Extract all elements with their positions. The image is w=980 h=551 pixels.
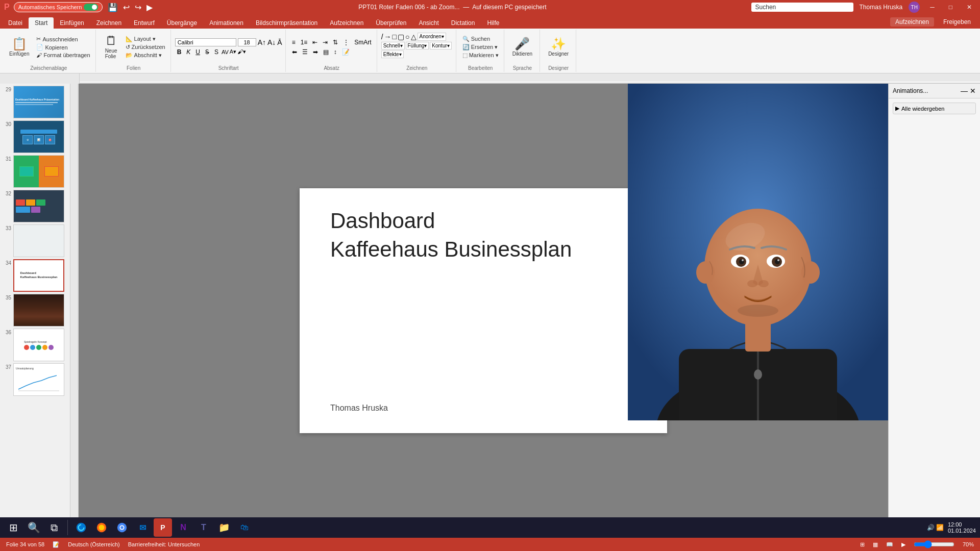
bullet-list-btn[interactable]: ≡ <box>290 38 298 46</box>
tab-einfuegen[interactable]: Einfügen <box>54 17 90 29</box>
undo-icon[interactable]: ↩ <box>122 2 131 13</box>
line-spacing-btn[interactable]: ↕ <box>332 48 339 56</box>
slide-thumb-37[interactable]: 37 Umsatzplanung <box>2 363 68 396</box>
neue-folie-btn[interactable]: 🗒 NeueFolie <box>100 31 122 63</box>
decrease-indent-btn[interactable]: ⇤ <box>310 38 320 46</box>
tab-entwurf[interactable]: Entwurf <box>128 17 161 29</box>
oval-tool[interactable]: ○ <box>405 33 409 41</box>
taskbar-teams[interactable]: T <box>194 518 213 537</box>
justify-btn[interactable]: ▤ <box>321 48 331 56</box>
tab-datei[interactable]: Datei <box>2 17 29 29</box>
tab-start[interactable]: Start <box>29 17 54 29</box>
redo-icon[interactable]: ↪ <box>134 2 142 13</box>
align-right-btn[interactable]: ➡ <box>311 48 320 56</box>
kopieren-btn[interactable]: 📄 Kopieren <box>34 43 92 51</box>
slideshow-icon[interactable]: ▶ <box>901 541 905 548</box>
taskbar-search[interactable]: 🔍 <box>24 518 43 537</box>
schnell-formatvorlagen-btn[interactable]: Schnell▾ <box>381 42 405 49</box>
slidesorter-icon[interactable]: ▦ <box>873 541 878 548</box>
ausschneiden-btn[interactable]: ✂ Ausschneiden <box>34 35 92 43</box>
search-bar[interactable]: Suchen <box>751 3 853 12</box>
markieren-btn[interactable]: ⬚ Markieren ▾ <box>460 52 501 59</box>
suchen-btn[interactable]: 🔍 Suchen <box>460 35 501 43</box>
maximize-btn[interactable]: □ <box>945 3 957 12</box>
text-direction-btn[interactable]: ⇅ <box>331 38 340 46</box>
save-icon[interactable]: 💾 <box>107 2 119 13</box>
tab-animationen[interactable]: Animationen <box>203 17 250 29</box>
taskbar-windows[interactable]: ⊞ <box>4 518 22 537</box>
taskbar-explorer[interactable]: 📁 <box>215 518 233 537</box>
tab-bildschirm[interactable]: Bildschirmpräsentation <box>250 17 324 29</box>
tab-uebergaenge[interactable]: Übergänge <box>161 17 203 29</box>
abschnitt-btn[interactable]: 📂 Abschnitt ▾ <box>124 52 167 59</box>
taskbar-edge[interactable] <box>72 518 90 537</box>
tab-aufzeichnen[interactable]: Aufzeichnen <box>324 17 370 29</box>
formeffekte-btn[interactable]: Effekte▾ <box>381 51 404 58</box>
font-decrease-icon[interactable]: A↓ <box>267 38 276 46</box>
play-all-btn[interactable]: ▶ Alle wiedergeben <box>893 103 976 114</box>
slide-thumb-35[interactable]: 35 <box>2 294 68 327</box>
ersetzen-btn[interactable]: 🔄 Ersetzen ▾ <box>460 43 501 51</box>
highlight-btn[interactable]: 🖌▾ <box>237 48 246 55</box>
line-tool[interactable]: / <box>381 33 383 41</box>
tab-zeichnen[interactable]: Zeichnen <box>90 17 128 29</box>
slide-thumb-32[interactable]: 32 <box>2 190 68 222</box>
fuellung-btn[interactable]: Füllung▾ <box>406 42 429 49</box>
char-spacing-btn[interactable]: AV <box>222 49 229 55</box>
diktieren-btn[interactable]: 🎤 Diktieren <box>508 31 536 63</box>
main-slide-canvas[interactable]: Dashboard Kaffeehaus Businessplan Thomas… <box>300 188 667 433</box>
taskbar-taskview[interactable]: ⧉ <box>45 518 63 537</box>
presentation-icon[interactable]: ▶ <box>145 2 154 13</box>
slide-notes-icon[interactable]: 📝 <box>53 541 60 548</box>
font-increase-icon[interactable]: A↑ <box>258 38 266 46</box>
slide-thumb-31[interactable]: 31 <box>2 155 68 188</box>
taskbar-chrome[interactable] <box>113 518 131 537</box>
taskbar-onenote[interactable]: N <box>174 518 192 537</box>
minimize-btn[interactable]: ─ <box>926 3 939 12</box>
tab-hilfe[interactable]: Hilfe <box>481 17 505 29</box>
rect-tool[interactable]: □ <box>393 33 397 41</box>
align-left-btn[interactable]: ⬅ <box>290 48 299 56</box>
round-rect-tool[interactable]: ▢ <box>398 33 404 41</box>
taskbar-outlook[interactable]: ✉ <box>133 518 152 537</box>
underline-btn[interactable]: U <box>193 48 202 56</box>
align-center-btn[interactable]: ☰ <box>300 48 310 56</box>
font-color-btn[interactable]: A▾ <box>230 48 236 55</box>
designer-btn[interactable]: ✨ Designer <box>544 31 573 63</box>
smartart-btn[interactable]: SmArt <box>352 38 373 46</box>
animations-minimize-icon[interactable]: — <box>961 87 968 95</box>
autosave-toggle[interactable]: Automatisches Speichern <box>14 2 103 12</box>
slide-panel[interactable]: 29 Dashboard Kaffeehaus Präsentation 30 … <box>0 84 70 538</box>
slide-thumb-34[interactable]: 34 Dashboard Kaffeehaus Businessplan <box>2 259 68 292</box>
shadow-btn[interactable]: S <box>212 48 220 56</box>
einfuegen-btn[interactable]: 📋 Einfügen <box>5 31 33 63</box>
numbered-list-btn[interactable]: 1≡ <box>299 38 310 46</box>
triangle-tool[interactable]: △ <box>411 33 416 41</box>
tab-ueberpruefen[interactable]: Überprüfen <box>370 17 412 29</box>
strikethrough-btn[interactable]: S̶ <box>203 48 211 56</box>
format-uebertragen-btn[interactable]: 🖌 Format übertragen <box>34 52 92 59</box>
columns-btn[interactable]: ⋮ <box>341 38 351 46</box>
slide-thumb-29[interactable]: 29 Dashboard Kaffeehaus Präsentation <box>2 86 68 118</box>
zuruecksetzen-btn[interactable]: ↺ Zurücksetzen <box>124 43 167 51</box>
layout-btn[interactable]: 📐 Layout ▾ <box>124 35 167 43</box>
formkontur-btn[interactable]: Kontur▾ <box>430 42 451 49</box>
record-btn[interactable]: Aufzeichnen <box>890 17 934 27</box>
language-label[interactable]: Deutsch (Österreich) <box>68 541 119 547</box>
textausrichten-btn[interactable]: 📝 <box>340 48 352 56</box>
reading-view-icon[interactable]: 📖 <box>886 541 893 548</box>
tab-ansicht[interactable]: Ansicht <box>412 17 445 29</box>
slide-thumb-30[interactable]: 30 ⚙ 📊 🎯 <box>2 120 68 153</box>
font-name-input[interactable] <box>175 38 236 46</box>
taskbar-firefox[interactable] <box>92 518 111 537</box>
normal-view-icon[interactable]: ⊞ <box>860 541 865 548</box>
slide-thumb-33[interactable]: 33 <box>2 224 68 257</box>
share-btn[interactable]: Freigeben <box>938 17 976 27</box>
zoom-slider[interactable] <box>914 540 954 548</box>
taskbar-powerpoint[interactable]: P <box>154 518 172 537</box>
accessibility-label[interactable]: Barrierefreiheit: Untersuchen <box>128 541 200 547</box>
close-btn[interactable]: ✕ <box>963 3 976 12</box>
arrow-tool[interactable]: → <box>384 33 391 41</box>
arrange-btn[interactable]: Anordnen▾ <box>418 33 446 41</box>
italic-btn[interactable]: K <box>184 48 192 56</box>
